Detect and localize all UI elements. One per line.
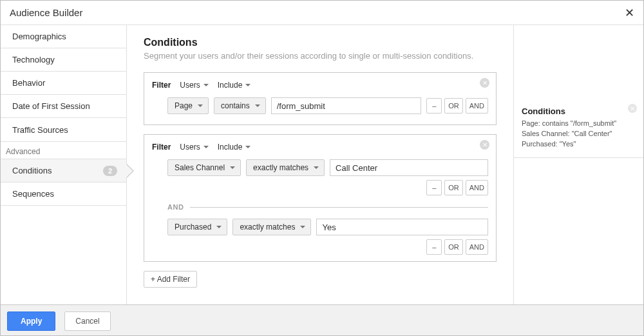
value-input[interactable] (316, 219, 488, 235)
close-icon[interactable]: ✕ (623, 7, 636, 19)
caret-down-icon (255, 104, 260, 107)
value-input[interactable] (271, 97, 422, 114)
sidebar-item-technology[interactable]: Technology (1, 48, 126, 72)
page-title: Conditions (144, 37, 497, 48)
and-divider: AND (167, 203, 488, 211)
filter-box: ✕ Filter Users Include Sales Channel (144, 134, 497, 262)
dialog-header: Audience Builder ✕ (1, 1, 643, 25)
sidebar-item-conditions[interactable]: Conditions 2 (1, 159, 126, 183)
summary-line: Page: contains "/form_submit" (522, 119, 636, 129)
operator-select[interactable]: exactly matches (232, 219, 311, 235)
close-summary-icon[interactable]: ✕ (628, 104, 637, 113)
filter-header: Filter Users Include (152, 79, 488, 91)
sidebar-item-traffic-sources[interactable]: Traffic Sources (1, 118, 126, 141)
caret-down-icon (300, 226, 305, 228)
summary-line: Sales Channel: "Call Center" (522, 129, 636, 139)
caret-down-icon (245, 146, 251, 148)
summary-card: ✕ Conditions Page: contains "/form_submi… (514, 100, 643, 158)
sidebar-group-advanced: Advanced (1, 141, 126, 159)
filter-mode-dropdown[interactable]: Include (218, 141, 251, 153)
sidebar: Demographics Technology Behavior Date of… (1, 25, 127, 304)
or-button[interactable]: OR (444, 180, 463, 195)
value-input[interactable] (330, 159, 488, 176)
filter-scope-dropdown[interactable]: Users (180, 79, 208, 91)
sidebar-item-label: Technology (12, 55, 55, 64)
and-button[interactable]: AND (466, 98, 488, 114)
caret-down-icon (198, 104, 203, 107)
caret-down-icon (314, 166, 319, 169)
filter-mode-dropdown[interactable]: Include (218, 79, 251, 91)
remove-rule-button[interactable]: – (426, 180, 442, 195)
caret-down-icon (204, 146, 209, 148)
remove-filter-icon[interactable]: ✕ (480, 140, 489, 150)
sidebar-item-label: Demographics (12, 32, 66, 41)
rule-ops: – OR AND (426, 239, 488, 255)
sidebar-item-label: Conditions (12, 166, 52, 175)
sidebar-item-label: Date of First Session (12, 101, 90, 111)
caret-down-icon (204, 84, 209, 86)
filter-rule-row: Sales Channel exactly matches (152, 159, 488, 176)
summary-title: Conditions (522, 106, 636, 116)
apply-button[interactable]: Apply (7, 311, 55, 331)
filter-box: ✕ Filter Users Include Page contain (144, 72, 497, 125)
caret-down-icon (245, 84, 251, 86)
caret-down-icon (216, 226, 222, 228)
sidebar-item-sequences[interactable]: Sequences (1, 183, 126, 206)
filter-rule-row: Purchased exactly matches (152, 219, 488, 235)
sidebar-item-label: Behavior (12, 78, 45, 88)
filter-header: Filter Users Include (152, 141, 488, 153)
filter-label: Filter (152, 81, 171, 90)
remove-rule-button[interactable]: – (426, 98, 442, 114)
summary-panel: ✕ Conditions Page: contains "/form_submi… (513, 25, 643, 304)
filter-scope-dropdown[interactable]: Users (180, 141, 208, 153)
sidebar-item-demographics[interactable]: Demographics (1, 25, 126, 48)
main-panel: Conditions Segment your users and/or the… (127, 25, 513, 304)
conditions-count-badge: 2 (103, 166, 117, 176)
sidebar-item-label: Traffic Sources (12, 125, 68, 135)
sidebar-item-behavior[interactable]: Behavior (1, 72, 126, 95)
caret-down-icon (230, 166, 235, 169)
operator-select[interactable]: exactly matches (246, 159, 325, 176)
remove-rule-button[interactable]: – (426, 239, 442, 255)
and-button[interactable]: AND (466, 239, 488, 255)
or-button[interactable]: OR (444, 98, 463, 114)
dimension-select[interactable]: Purchased (167, 219, 227, 235)
dimension-select[interactable]: Page (167, 97, 209, 114)
sidebar-item-date-first-session[interactable]: Date of First Session (1, 95, 126, 118)
rule-ops: – OR AND (426, 180, 488, 195)
page-subtitle: Segment your users and/or their sessions… (144, 51, 497, 61)
remove-filter-icon[interactable]: ✕ (480, 78, 489, 88)
dialog-footer: Apply Cancel (1, 304, 643, 336)
filter-rule-row: Page contains – OR AND (152, 97, 488, 114)
sidebar-item-label: Sequences (12, 189, 54, 199)
and-button[interactable]: AND (466, 180, 488, 195)
operator-select[interactable]: contains (214, 97, 266, 114)
add-filter-button[interactable]: + Add Filter (144, 271, 197, 288)
dialog-title: Audience Builder (10, 7, 82, 18)
content-columns: Demographics Technology Behavior Date of… (1, 25, 643, 304)
rule-ops: – OR AND (426, 98, 488, 114)
or-button[interactable]: OR (444, 239, 463, 255)
filter-label: Filter (152, 143, 171, 152)
cancel-button[interactable]: Cancel (64, 311, 110, 331)
dimension-select[interactable]: Sales Channel (167, 159, 241, 176)
summary-line: Purchased: "Yes" (522, 139, 636, 150)
